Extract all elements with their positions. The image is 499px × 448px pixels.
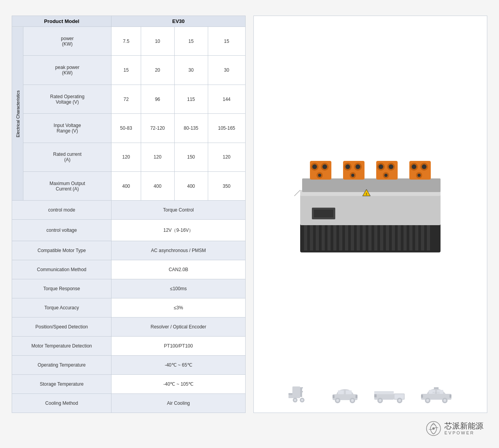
table-row: peak power (KW) 15 20 30 30 bbox=[12, 56, 246, 85]
svg-point-76 bbox=[351, 399, 354, 402]
svg-point-37 bbox=[345, 164, 350, 169]
table-row: Rated Operating Voltage (V) 72 96 115 14… bbox=[12, 85, 246, 113]
control-mode-label: control mode bbox=[12, 201, 111, 220]
torque-accuracy-row: Torque Accuracy ≤3% bbox=[12, 298, 246, 317]
svg-rect-97 bbox=[449, 395, 451, 398]
peak-val-3: 30 bbox=[208, 56, 246, 85]
svg-point-53 bbox=[422, 164, 426, 169]
svg-point-44 bbox=[379, 164, 383, 169]
cooling-method-value: Air Cooling bbox=[111, 393, 246, 413]
rated-voltage-val-1: 96 bbox=[141, 85, 174, 113]
motor-temp-value: PT100/PT100 bbox=[111, 336, 246, 355]
motor-temp-row: Motor Temperature Detection PT100/PT100 bbox=[12, 336, 246, 355]
table-row: Input Voltage Range (V) 50-83 72-120 80-… bbox=[12, 114, 246, 143]
svg-rect-14 bbox=[380, 223, 383, 250]
svg-rect-15 bbox=[386, 223, 389, 250]
ev30-header: EV30 bbox=[111, 16, 246, 27]
brand-logo: 芯派新能源 EVPOWER bbox=[426, 421, 483, 436]
svg-point-32 bbox=[322, 164, 327, 169]
cooling-method-label: Cooling Method bbox=[12, 393, 111, 413]
truck-icon bbox=[372, 383, 407, 405]
rated-current-val-0: 120 bbox=[111, 143, 141, 171]
power-val-0: 7.5 bbox=[111, 27, 141, 56]
svg-point-48 bbox=[384, 174, 388, 177]
storage-temp-label: Storage Temperature bbox=[12, 374, 111, 393]
brand-english: EVPOWER bbox=[444, 430, 483, 436]
compatible-motor-row: Compatible Motor Type AC asynchronous / … bbox=[12, 241, 246, 260]
svg-rect-4 bbox=[322, 223, 325, 250]
rated-current-val-1: 120 bbox=[141, 143, 174, 171]
brand-icon-svg bbox=[426, 421, 441, 436]
svg-rect-77 bbox=[333, 395, 334, 398]
torque-response-row: Torque Response ≤100ms bbox=[12, 279, 246, 298]
vehicle-icons: POLICE bbox=[287, 383, 454, 405]
control-voltage-row: control voltage 12V（9-16V） bbox=[12, 220, 246, 241]
peak-val-1: 20 bbox=[141, 56, 174, 85]
input-voltage-label: Input Voltage Range (V) bbox=[23, 114, 111, 143]
power-val-2: 15 bbox=[174, 27, 208, 56]
brand-chinese: 芯派新能源 bbox=[444, 421, 483, 430]
rated-voltage-val-0: 72 bbox=[111, 85, 141, 113]
power-val-3: 15 bbox=[208, 27, 246, 56]
svg-rect-87 bbox=[374, 394, 377, 397]
position-speed-label: Position/Speed Detection bbox=[12, 317, 111, 336]
torque-accuracy-label: Torque Accuracy bbox=[12, 298, 111, 317]
svg-rect-9 bbox=[351, 223, 354, 250]
svg-point-41 bbox=[351, 174, 354, 177]
svg-point-34 bbox=[318, 174, 321, 177]
table-section: Product Model EV30 Electrical Characteri… bbox=[12, 16, 246, 413]
svg-rect-63 bbox=[292, 386, 300, 398]
svg-point-95 bbox=[444, 399, 446, 402]
operating-temp-row: Operating Temperature -40℃ ~ 65℃ bbox=[12, 355, 246, 374]
svg-rect-21 bbox=[421, 223, 424, 250]
svg-rect-64 bbox=[288, 395, 293, 398]
svg-point-30 bbox=[312, 164, 317, 169]
rated-current-label: Rated current (A) bbox=[23, 143, 111, 171]
torque-accuracy-value: ≤3% bbox=[111, 298, 246, 317]
svg-point-55 bbox=[418, 174, 421, 177]
svg-text:POLICE: POLICE bbox=[433, 392, 440, 394]
power-val-1: 10 bbox=[141, 27, 174, 56]
svg-rect-10 bbox=[357, 223, 360, 250]
svg-text:!: ! bbox=[366, 192, 367, 196]
svg-point-68 bbox=[301, 399, 303, 401]
svg-rect-3 bbox=[316, 223, 319, 250]
max-output-val-0: 400 bbox=[111, 172, 141, 201]
spec-table: Product Model EV30 Electrical Characteri… bbox=[12, 16, 246, 413]
max-output-val-1: 400 bbox=[141, 172, 174, 201]
svg-rect-91 bbox=[434, 387, 439, 389]
svg-rect-13 bbox=[374, 223, 377, 250]
rated-current-val-2: 150 bbox=[174, 143, 208, 171]
cooling-method-row: Cooling Method Air Cooling bbox=[12, 393, 246, 413]
product-illustration: ! bbox=[288, 139, 452, 264]
rated-voltage-val-2: 115 bbox=[174, 85, 208, 113]
svg-rect-1 bbox=[304, 223, 307, 250]
communication-value: CAN2.0B bbox=[111, 260, 246, 279]
svg-rect-72 bbox=[346, 390, 352, 394]
position-speed-row: Position/Speed Detection Resolver / Opti… bbox=[12, 317, 246, 336]
torque-response-label: Torque Response bbox=[12, 279, 111, 298]
storage-temp-row: Storage Temperature -40℃ ~ 105℃ bbox=[12, 374, 246, 393]
svg-rect-18 bbox=[403, 223, 407, 250]
svg-point-84 bbox=[379, 399, 382, 402]
operating-temp-value: -40℃ ~ 65℃ bbox=[111, 355, 246, 374]
communication-row: Communication Method CAN2.0B bbox=[12, 260, 246, 279]
peak-power-label: peak power (KW) bbox=[23, 56, 111, 85]
control-mode-value: Torque Control bbox=[111, 201, 246, 220]
elec-char-cell: Electrical Characteristics bbox=[12, 27, 23, 201]
operating-temp-label: Operating Temperature bbox=[12, 355, 111, 374]
svg-rect-7 bbox=[339, 223, 342, 250]
product-panel: ! bbox=[253, 16, 487, 413]
svg-point-93 bbox=[426, 399, 429, 402]
svg-rect-82 bbox=[374, 391, 394, 394]
svg-rect-2 bbox=[310, 223, 313, 250]
svg-rect-12 bbox=[368, 223, 372, 250]
svg-point-74 bbox=[336, 399, 339, 402]
svg-rect-16 bbox=[392, 223, 395, 250]
svg-point-39 bbox=[356, 164, 360, 169]
table-row: Electrical Characteristics power (KW) 7.… bbox=[12, 27, 246, 56]
main-content: Product Model EV30 Electrical Characteri… bbox=[12, 16, 487, 413]
car-icon bbox=[329, 383, 361, 405]
svg-rect-11 bbox=[363, 223, 366, 250]
svg-point-66 bbox=[294, 399, 296, 401]
